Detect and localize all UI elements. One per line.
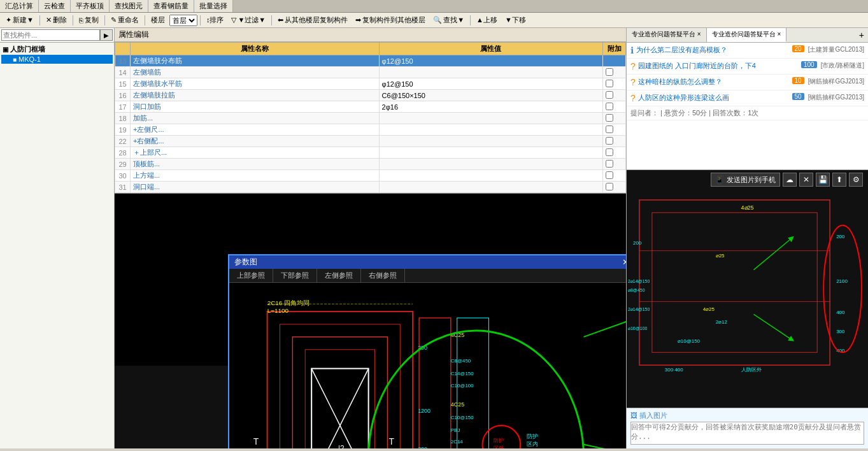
tab-quantity[interactable]: 查看钢筋量 bbox=[148, 0, 194, 12]
tree-item-child[interactable]: ■ MKQ-1 bbox=[1, 55, 113, 64]
param-tab-right[interactable]: 右侧参照 bbox=[361, 269, 405, 282]
prop-row-num: 16 bbox=[115, 90, 131, 101]
rename-button[interactable]: ✎ 重命名 bbox=[108, 14, 142, 26]
settings-btn[interactable]: ⚙ bbox=[849, 173, 863, 187]
prop-addon-checkbox[interactable] bbox=[606, 103, 613, 110]
right-image-toolbar: 📱 发送图片到手机 ☁ ✕ 💾 ⬆ ⚙ bbox=[711, 173, 863, 187]
svg-text:C14@150: C14@150 bbox=[451, 371, 474, 376]
qa-item-1: ℹ 为什么第二层没有超高模板？ 20 [土建算量GCL2013] bbox=[627, 43, 868, 59]
qa-link-1[interactable]: 为什么第二层没有超高模板？ bbox=[636, 45, 788, 55]
prop-value[interactable] bbox=[379, 170, 602, 182]
param-content: T T 2C16 四角均同 L=1100 |2 |2 bbox=[229, 283, 626, 448]
floor-label: 楼层 bbox=[151, 15, 165, 25]
prop-name: 上方端... bbox=[131, 170, 380, 182]
insert-textarea[interactable] bbox=[630, 422, 864, 445]
param-dialog-title: 参数图 ✕ bbox=[229, 255, 626, 269]
tab-floor[interactable]: 平齐板顶 bbox=[71, 0, 110, 12]
down-button[interactable]: ▼下移 bbox=[502, 14, 529, 26]
copy-to-icon: ➡ bbox=[355, 16, 361, 24]
param-close-btn[interactable]: ✕ bbox=[622, 257, 626, 267]
left-tree-panel: ▶ ▣ 人防门框墙 ■ MKQ-1 bbox=[0, 28, 115, 448]
prop-value[interactable]: C6@150×150 bbox=[379, 90, 602, 101]
prop-addon-checkbox[interactable] bbox=[606, 137, 613, 145]
tree-item-root[interactable]: ▣ 人防门框墙 bbox=[1, 44, 113, 55]
tab-active[interactable]: 汇总计算 bbox=[0, 0, 39, 12]
search-input[interactable] bbox=[1, 29, 100, 41]
close-btn-img[interactable]: ✕ bbox=[799, 173, 813, 187]
prop-addon-checkbox[interactable] bbox=[606, 80, 613, 87]
prop-value[interactable] bbox=[379, 182, 602, 193]
prop-addon-checkbox[interactable] bbox=[606, 114, 613, 122]
up-button[interactable]: ▲上移 bbox=[473, 14, 501, 26]
q-icon-4: ? bbox=[630, 93, 636, 103]
prop-addon bbox=[603, 55, 626, 67]
filter-icon: ▽ bbox=[231, 16, 236, 24]
prop-value[interactable] bbox=[379, 147, 602, 159]
prop-name: 左侧墙肢水平筋 bbox=[131, 78, 380, 90]
qa-link-4[interactable]: 人防区的这种异形连梁这么画 bbox=[638, 93, 788, 103]
copy-from-button[interactable]: ⬅ 从其他楼层复制构件 bbox=[274, 14, 351, 26]
right-panel: 专业造价问题答疑平台 × 专业造价问题答疑平台 × + ℹ 为什么第二层没有超高… bbox=[626, 28, 868, 448]
new-icon: ✦ bbox=[6, 16, 11, 24]
prop-name: 洞口端... bbox=[131, 182, 380, 193]
sep5 bbox=[200, 15, 201, 25]
prop-value[interactable] bbox=[379, 159, 602, 170]
tab-batch[interactable]: 批量选择 bbox=[194, 0, 233, 12]
col-value: 属性值 bbox=[379, 43, 602, 55]
param-tab-top[interactable]: 上部参照 bbox=[229, 269, 273, 282]
floor-select[interactable]: 首层 bbox=[169, 15, 197, 26]
prop-addon-checkbox[interactable] bbox=[606, 125, 613, 133]
sep1 bbox=[39, 15, 40, 25]
sep4 bbox=[145, 15, 145, 25]
svg-rect-60 bbox=[639, 200, 830, 365]
prop-value[interactable] bbox=[379, 136, 602, 147]
search-button[interactable]: ▶ bbox=[100, 29, 113, 41]
svg-text:300: 300 bbox=[418, 446, 427, 448]
save-btn-img[interactable]: 💾 bbox=[816, 173, 830, 187]
delete-button[interactable]: ✕ 删除 bbox=[43, 14, 70, 26]
qa-badge-2: 100 bbox=[801, 61, 817, 68]
new-button[interactable]: ✦ 新建▼ bbox=[3, 14, 37, 26]
cloud-btn[interactable]: ☁ bbox=[783, 173, 797, 187]
tab-find[interactable]: 查找图元 bbox=[110, 0, 148, 12]
find-button[interactable]: 🔍 查找▼ bbox=[430, 14, 467, 26]
svg-text:L=1100: L=1100 bbox=[267, 307, 289, 314]
rename-icon: ✎ bbox=[111, 16, 117, 24]
param-tab-bottom[interactable]: 下部参照 bbox=[273, 269, 317, 282]
qa-badge-4: 50 bbox=[792, 93, 804, 100]
svg-text:4⌀25: 4⌀25 bbox=[741, 204, 754, 211]
send-phone-button[interactable]: 📱 发送图片到手机 bbox=[711, 173, 780, 187]
prop-row-num: 30 bbox=[115, 170, 131, 182]
floor-button[interactable]: 楼层 bbox=[148, 14, 168, 26]
prop-value[interactable] bbox=[379, 67, 602, 78]
svg-text:人防区外: 人防区外 bbox=[741, 367, 762, 373]
prop-value[interactable] bbox=[379, 124, 602, 136]
prop-addon-checkbox[interactable] bbox=[606, 160, 613, 168]
copy-to-button[interactable]: ➡ 复制构件到其他楼层 bbox=[352, 14, 429, 26]
prop-name: ＋上部尺... bbox=[131, 147, 380, 159]
svg-line-82 bbox=[753, 238, 792, 270]
new-tab-button[interactable]: + bbox=[855, 28, 868, 42]
filter-button[interactable]: ▽ ▼过滤▼ bbox=[228, 14, 269, 26]
prop-addon-checkbox[interactable] bbox=[606, 183, 613, 190]
copy-button[interactable]: ⎘ 复制 bbox=[76, 14, 102, 26]
prop-addon-checkbox[interactable] bbox=[606, 148, 613, 156]
prop-value[interactable]: φ12@150 bbox=[379, 78, 602, 90]
platform-tab-2[interactable]: 专业造价问题答疑平台 × bbox=[707, 28, 787, 42]
prop-name: +左侧尺... bbox=[131, 124, 380, 136]
prop-addon-checkbox[interactable] bbox=[606, 68, 613, 76]
prop-addon-checkbox[interactable] bbox=[606, 171, 613, 179]
prop-value[interactable]: 2φ16 bbox=[379, 101, 602, 113]
svg-text:2⌀14@150: 2⌀14@150 bbox=[628, 307, 650, 311]
tab-cloud[interactable]: 云检查 bbox=[39, 0, 71, 12]
qa-link-3[interactable]: 这种暗柱的纵筋怎么调整？ bbox=[638, 77, 788, 87]
share-btn[interactable]: ⬆ bbox=[832, 173, 846, 187]
prop-value[interactable]: φ12@150 bbox=[379, 55, 602, 67]
svg-text:T: T bbox=[388, 436, 394, 447]
platform-tab-1[interactable]: 专业造价问题答疑平台 × bbox=[627, 28, 707, 42]
prop-value[interactable] bbox=[379, 113, 602, 124]
param-tab-left[interactable]: 左侧参照 bbox=[317, 269, 361, 282]
qa-link-2[interactable]: 园建图纸的 入口门廊附近的台阶，下4 bbox=[638, 61, 797, 71]
sort-button[interactable]: ↕排序 bbox=[203, 14, 227, 26]
prop-addon-checkbox[interactable] bbox=[606, 91, 613, 99]
